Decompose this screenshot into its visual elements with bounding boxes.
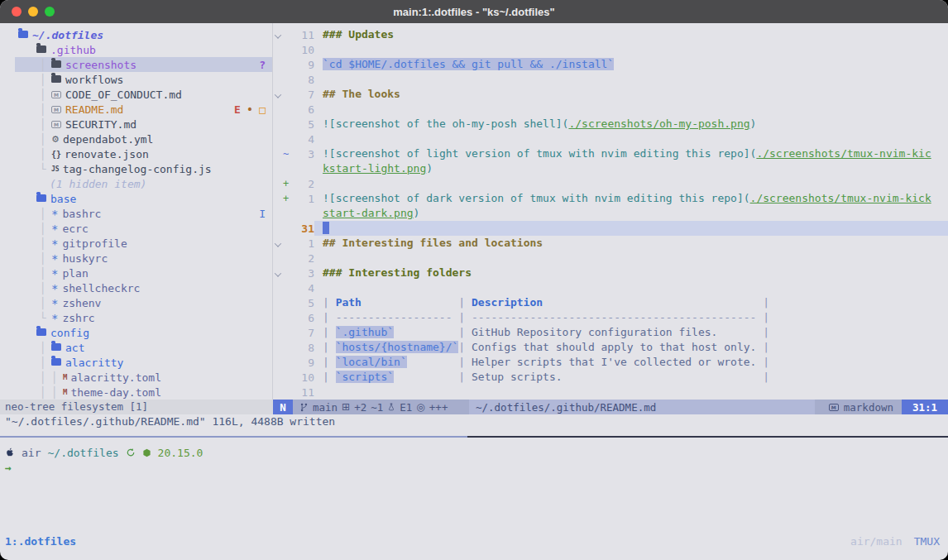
table-row[interactable]: 8 |`hosts/{hostname}/`|Configs that shou… [273, 340, 948, 355]
sidebar-item-screenshots[interactable]: │ screenshots ? [15, 57, 272, 72]
sidebar-item-readme[interactable]: │ M README.md E • □ [15, 102, 272, 117]
prompt-arrow-line[interactable]: → [5, 460, 948, 475]
editor-line[interactable]: 4 [273, 280, 948, 295]
diagnostic-error-count: E1 [400, 401, 412, 414]
close-button[interactable] [12, 7, 22, 17]
sidebar-item-bashrc[interactable]: │ * bashrc I [15, 206, 272, 221]
tree-guide: │ [36, 208, 51, 220]
sidebar-item-alacritty[interactable]: │ alacritty [15, 355, 272, 370]
statusline-filetype-segment: M markdown [815, 400, 902, 414]
sidebar-item-config[interactable]: config [15, 325, 272, 340]
sidebar-item-zshrc[interactable]: └ * zshrc [15, 310, 272, 325]
fold-open-icon[interactable] [273, 29, 283, 41]
cwd-label: ~/.dotfiles [47, 447, 118, 459]
sidebar-item-dependabot[interactable]: │ ⚙ dependabot.yml [15, 132, 272, 146]
toml-file-icon: M [63, 388, 67, 396]
editor-line[interactable]: + 1 ![screenshot of dark version of tmux… [273, 191, 948, 206]
editor-line[interactable]: 9 `cd $HOME/.dotfiles && git pull && ./i… [273, 57, 948, 72]
tree-guide: │ [36, 267, 51, 280]
folder-icon [51, 75, 61, 83]
sidebar-item-shellcheckrc[interactable]: │ * shellcheckrc [15, 280, 272, 295]
sidebar-item-tag-changelog[interactable]: └ JS tag-changelog-config.js [15, 161, 272, 176]
folder-icon [51, 343, 61, 351]
editor-cursor-line[interactable]: 31 [273, 221, 948, 236]
hostname-label: air [22, 447, 41, 459]
sidebar-hidden-items-note: (1 hidden item) [15, 176, 272, 191]
editor-line[interactable]: 10 [273, 42, 948, 57]
sidebar-item-plan[interactable]: │ * plan [15, 266, 272, 280]
fold-open-icon[interactable] [273, 267, 283, 280]
node-icon [142, 448, 151, 457]
editor-line[interactable]: 6 [273, 102, 948, 117]
sidebar-item-act[interactable]: │ act [15, 340, 272, 355]
vim-mode-indicator: N [273, 400, 293, 414]
titlebar: main:1:.dotfiles - "ks~/.dotfiles" [0, 0, 948, 23]
editor-line[interactable]: + 2 [273, 176, 948, 191]
terminal-window: main:1:.dotfiles - "ks~/.dotfiles" ~/.do… [0, 0, 948, 560]
filetype-label: markdown [844, 401, 893, 414]
fold-open-icon[interactable] [273, 89, 283, 101]
editor-line[interactable]: 4 [273, 132, 948, 146]
rc-file-icon: * [51, 282, 58, 295]
sidebar-item-github[interactable]: .github [15, 42, 272, 57]
rc-file-icon: * [51, 297, 58, 310]
editor-line[interactable]: 1 ## Interesting files and locations [273, 236, 948, 251]
tree-guide: └ [36, 163, 51, 175]
tree-guide: │ [36, 103, 51, 116]
sidebar-item-ecrc[interactable]: │ * ecrc [15, 221, 272, 236]
sidebar-item-workflows[interactable]: │ workflows [15, 72, 272, 87]
editor-line-wrap[interactable]: start-dark.png) [273, 206, 948, 221]
git-add-sign: + [283, 193, 293, 204]
editor-line[interactable]: 11 [273, 385, 948, 400]
sidebar-item-zshenv[interactable]: │ * zshenv [15, 295, 272, 310]
git-change-sign: ~ [283, 148, 293, 160]
tree-guide: └ [36, 312, 51, 324]
sidebar-item-renovate[interactable]: │ {} renovate.json [15, 146, 272, 161]
sidebar-item-gitprofile[interactable]: │ * gitprofile [15, 236, 272, 251]
tree-guide: │ [36, 148, 51, 160]
sidebar-item-security[interactable]: │ M SECURITY.md [15, 117, 272, 132]
sidebar-item-theme-day-toml[interactable]: │ │ M theme-day.toml [15, 385, 272, 400]
tree-guide: │ [51, 371, 63, 384]
tree-guide: │ [36, 386, 51, 399]
rc-file-icon: * [51, 267, 58, 280]
editor-line[interactable]: 5 ![screenshot of the oh-my-posh shell](… [273, 117, 948, 132]
diff-added: +2 [354, 401, 366, 414]
tree-guide: │ [36, 59, 51, 71]
git-unstaged-icon: □ [259, 103, 266, 116]
minimize-button[interactable] [28, 7, 38, 17]
shell-pane[interactable]: air ~/.dotfiles 20.15.0 → [0, 438, 948, 475]
table-row[interactable]: 9 |`local/bin`|Helper scripts that I've … [273, 355, 948, 370]
git-modified-icon: • [247, 103, 253, 116]
fold-open-icon[interactable] [273, 237, 283, 250]
table-row[interactable]: 10 |`scripts`|Setup scripts.| [273, 370, 948, 385]
sidebar-item-huskyrc[interactable]: │ * huskyrc [15, 251, 272, 266]
editor-line[interactable]: 7 ## The looks [273, 87, 948, 102]
markdown-link: ./screenshots/tmux-nvim-kick [750, 192, 931, 204]
tmux-window-item[interactable]: 1:.dotfiles [5, 535, 76, 548]
editor-line[interactable]: 8 [273, 72, 948, 87]
table-header-line[interactable]: 5 |Path|Description| [273, 295, 948, 310]
editor-line[interactable]: 3 ### Interesting folders [273, 266, 948, 280]
js-file-icon: JS [51, 165, 60, 173]
editor-line[interactable]: 11 ### Updates [273, 27, 948, 42]
inline-code: `scripts` [336, 371, 394, 383]
sidebar-item-dotfiles-root[interactable]: ~/.dotfiles [15, 27, 272, 42]
sidebar-item-code-of-conduct[interactable]: │ M CODE_OF_CONDUCT.md [15, 87, 272, 102]
node-version-label: 20.15.0 [158, 447, 203, 459]
table-row[interactable]: 7 |`.github`|GitHub Repository configura… [273, 325, 948, 340]
zoom-button[interactable] [45, 7, 55, 17]
neo-tree-sidebar: ~/.dotfiles .github │ screenshots ? │ wo… [0, 23, 273, 400]
window-title: main:1:.dotfiles - "ks~/.dotfiles" [393, 6, 554, 18]
editor-line[interactable]: 2 [273, 251, 948, 266]
sidebar-item-alacritty-toml[interactable]: │ │ M alacritty.toml [15, 370, 272, 385]
gear-icon: ⚙ [51, 134, 60, 145]
refresh-icon [126, 448, 136, 457]
sidebar-item-base[interactable]: base [15, 191, 272, 206]
statusline-file-path: ~/.dotfiles/.github/README.md [469, 400, 815, 414]
editor-line[interactable]: ~ 3 ![screenshot of light version of tmu… [273, 146, 948, 161]
tree-guide: │ [36, 89, 51, 101]
table-separator-line[interactable]: 6 |------------------|------------------… [273, 310, 948, 325]
inline-code: `.github` [336, 326, 394, 338]
editor-line-wrap[interactable]: kstart-light.png) [273, 161, 948, 176]
